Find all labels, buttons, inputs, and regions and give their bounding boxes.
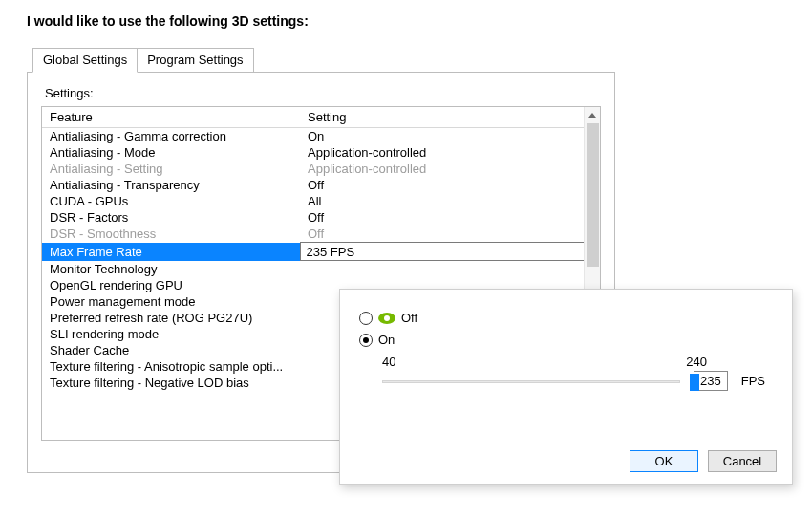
tab-program-settings[interactable]: Program Settings [137,48,253,72]
setting-cell: Application-controlled [300,144,600,161]
feature-cell: Antialiasing - Transparency [42,177,300,193]
table-row[interactable]: Monitor Technology [42,261,600,277]
feature-cell: Texture filtering - Negative LOD bias [42,375,300,391]
fps-slider-thumb[interactable] [690,374,699,391]
radio-off[interactable]: Off [359,311,773,325]
feature-cell: Monitor Technology [42,261,300,277]
feature-cell: Shader Cache [42,342,300,358]
nvidia-eye-icon [378,313,395,324]
table-row[interactable]: Antialiasing - Gamma correctionOn [42,128,600,145]
table-row[interactable]: Antialiasing - SettingApplication-contro… [42,161,600,177]
slider-min-label: 40 [382,355,395,369]
table-row[interactable]: Antialiasing - ModeApplication-controlle… [42,144,600,161]
scroll-up-icon[interactable] [585,107,600,123]
table-row[interactable]: Antialiasing - TransparencyOff [42,177,600,193]
scroll-thumb[interactable] [587,123,599,267]
fps-slider[interactable] [382,372,680,391]
feature-cell: OpenGL rendering GPU [42,277,300,293]
feature-cell: Preferred refresh rate (ROG PG27U) [42,310,300,326]
radio-off-indicator [359,312,373,325]
feature-cell: Texture filtering - Anisotropic sample o… [42,358,300,375]
tab-global-settings[interactable]: Global Settings [32,48,138,73]
max-frame-rate-popup: Off On 40 240 235 FPS OK Cancel [339,289,793,485]
table-row[interactable]: DSR - SmoothnessOff [42,226,600,243]
feature-cell: DSR - Smoothness [42,226,300,243]
setting-value: 235 FPS [307,245,355,259]
settings-label: Settings: [45,86,597,100]
feature-cell: SLI rendering mode [42,326,300,342]
table-row[interactable]: CUDA - GPUsAll [42,193,600,209]
setting-cell: Off [300,209,600,226]
feature-cell: Power management mode [42,293,300,310]
setting-cell: Off [300,177,600,193]
table-row[interactable]: DSR - FactorsOff [42,209,600,226]
fps-unit-label: FPS [741,374,765,388]
feature-cell: Max Frame Rate [42,243,300,261]
feature-cell: Antialiasing - Mode [42,144,300,161]
radio-on-label: On [378,333,395,347]
feature-cell: CUDA - GPUs [42,193,300,209]
feature-cell: Antialiasing - Gamma correction [42,128,300,145]
feature-cell: DSR - Factors [42,209,300,226]
column-header-feature[interactable]: Feature [42,107,300,128]
feature-cell: Antialiasing - Setting [42,161,300,177]
radio-off-label: Off [401,311,417,325]
setting-cell: All [300,193,600,209]
table-row[interactable]: Max Frame Rate235 FPS [42,243,600,261]
setting-cell: Off [300,226,600,243]
setting-cell [300,261,600,277]
cancel-button[interactable]: Cancel [708,450,777,472]
setting-cell: On [300,128,600,145]
setting-cell: Application-controlled [300,161,600,177]
page-title: I would like to use the following 3D set… [27,13,785,29]
radio-on-indicator [359,334,373,347]
setting-cell[interactable]: 235 FPS [300,243,600,261]
slider-max-label: 240 [686,355,707,369]
ok-button[interactable]: OK [630,450,698,472]
column-header-setting[interactable]: Setting [300,107,600,128]
radio-on[interactable]: On [359,333,773,347]
tab-bar: Global Settings Program Settings [32,48,785,72]
